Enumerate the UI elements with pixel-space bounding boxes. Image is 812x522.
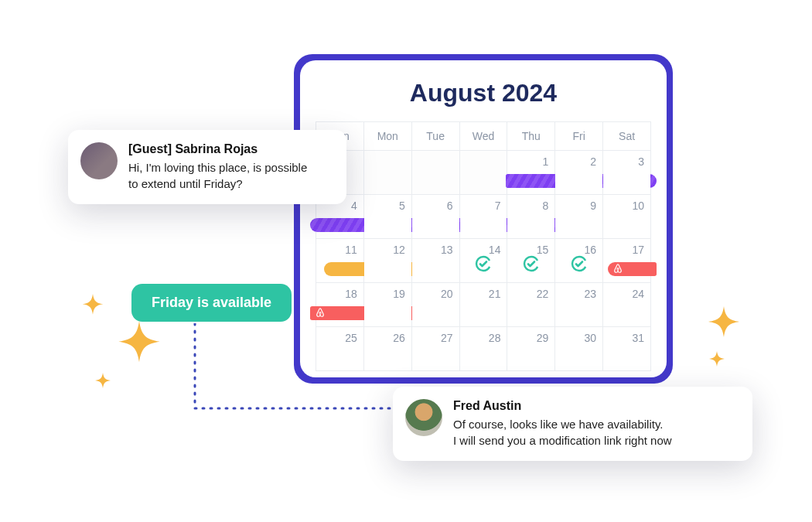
sparkle-icon	[91, 373, 114, 396]
calendar-cell[interactable]: 11	[316, 239, 363, 282]
guest-name: [Guest] Sabrina Rojas	[128, 142, 307, 156]
weekday-header: Sat	[603, 122, 650, 150]
calendar-cell[interactable]: 16	[555, 239, 602, 282]
day-number: 19	[393, 288, 405, 300]
calendar-cell[interactable]: 21	[460, 283, 507, 326]
day-number: 26	[393, 332, 405, 344]
calendar-cell[interactable]: 12	[364, 239, 411, 282]
day-number: 22	[537, 288, 549, 300]
day-number: 29	[537, 332, 549, 344]
day-number: 28	[489, 332, 501, 344]
avatar	[405, 399, 442, 436]
day-number: 24	[632, 288, 644, 300]
day-number: 1	[542, 155, 548, 168]
sparkle-icon	[705, 351, 728, 374]
calendar-cell[interactable]: 15	[507, 239, 554, 282]
weekday-header: Thu	[507, 122, 554, 150]
day-number: 30	[585, 332, 597, 344]
airbnb-icon	[612, 263, 623, 274]
check-circle-icon	[522, 254, 541, 273]
day-number: 31	[632, 332, 644, 344]
calendar-cell[interactable]: 5	[364, 195, 411, 238]
sparkle-icon	[108, 321, 170, 383]
day-number: 20	[441, 288, 453, 300]
day-number: 17	[632, 244, 644, 256]
airbnb-icon	[315, 307, 326, 318]
calendar-cell[interactable]: 22	[507, 283, 554, 326]
day-number: 5	[399, 200, 405, 212]
calendar-cell[interactable]: 6	[412, 195, 459, 238]
day-number: 4	[351, 200, 357, 212]
weekday-header: Mon	[364, 122, 411, 150]
check-circle-icon	[474, 254, 493, 273]
day-number: 21	[489, 288, 501, 300]
day-number: 8	[542, 200, 548, 212]
calendar-cell[interactable]: 18	[316, 283, 363, 326]
calendar-cell[interactable]: 19	[364, 283, 411, 326]
day-number: 7	[495, 200, 501, 212]
calendar-cell[interactable]: 14	[460, 239, 507, 282]
day-number: 6	[447, 200, 453, 212]
booking-bar-airbnb[interactable]	[608, 262, 657, 276]
weekday-header: Fri	[555, 122, 602, 150]
day-number: 23	[585, 288, 597, 300]
calendar-cell[interactable]: 27	[412, 327, 459, 370]
avatar	[80, 142, 118, 179]
sparkle-icon	[701, 306, 747, 353]
host-message-text: Of course, looks like we have availabili…	[453, 416, 672, 449]
weekday-header: Wed	[460, 122, 507, 150]
calendar-cell[interactable]: 2	[555, 151, 602, 194]
day-number: 10	[632, 200, 644, 212]
day-number: 3	[638, 155, 644, 168]
calendar-cell[interactable]	[460, 151, 507, 194]
day-number: 13	[441, 244, 453, 256]
calendar-cell[interactable]: 24	[603, 283, 650, 326]
day-number: 27	[441, 332, 453, 344]
calendar-cell[interactable]	[412, 151, 459, 194]
guest-message-card[interactable]: [Guest] Sabrina Rojas Hi, I'm loving thi…	[68, 130, 346, 204]
day-number: 2	[590, 155, 596, 168]
day-number: 11	[345, 244, 357, 256]
calendar-cell[interactable]: 30	[555, 327, 602, 370]
calendar-cell[interactable]: 9	[555, 195, 602, 238]
day-number: 9	[590, 200, 596, 212]
calendar-cell[interactable]: 31	[603, 327, 650, 370]
calendar-cell[interactable]: 7	[460, 195, 507, 238]
calendar-cell[interactable]: 10	[603, 195, 650, 238]
sparkle-icon	[77, 294, 108, 325]
calendar-cell[interactable]: 23	[555, 283, 602, 326]
availability-chip[interactable]: Friday is available	[131, 284, 292, 322]
calendar-cell[interactable]: 25	[316, 327, 363, 370]
calendar-cell[interactable]: 29	[507, 327, 554, 370]
calendar-cell[interactable]: 20	[412, 283, 459, 326]
weekday-header: Tue	[412, 122, 459, 150]
calendar-widget[interactable]: August 2024 Sun Mon Tue Wed Thu Fri Sat …	[294, 54, 673, 384]
calendar-cell[interactable]: 28	[460, 327, 507, 370]
guest-message-text: Hi, I'm loving this place, is possible t…	[128, 159, 307, 192]
calendar-cell[interactable]	[364, 151, 411, 194]
calendar-cell[interactable]: 13	[412, 239, 459, 282]
day-number: 12	[393, 244, 405, 256]
calendar-cell[interactable]: 3	[603, 151, 650, 194]
calendar-title: August 2024	[316, 79, 651, 107]
host-name: Fred Austin	[453, 399, 672, 413]
calendar-cell[interactable]: 8	[507, 195, 554, 238]
calendar-cell[interactable]: 26	[364, 327, 411, 370]
calendar-grid: Sun Mon Tue Wed Thu Fri Sat 1 2 3 4	[316, 121, 651, 371]
day-number: 18	[345, 288, 357, 300]
calendar-cell[interactable]: 1	[507, 151, 554, 194]
day-number: 25	[345, 332, 357, 344]
check-circle-icon	[570, 254, 589, 273]
calendar-cell[interactable]: 17	[603, 239, 650, 282]
host-message-card[interactable]: Fred Austin Of course, looks like we hav…	[393, 387, 752, 461]
